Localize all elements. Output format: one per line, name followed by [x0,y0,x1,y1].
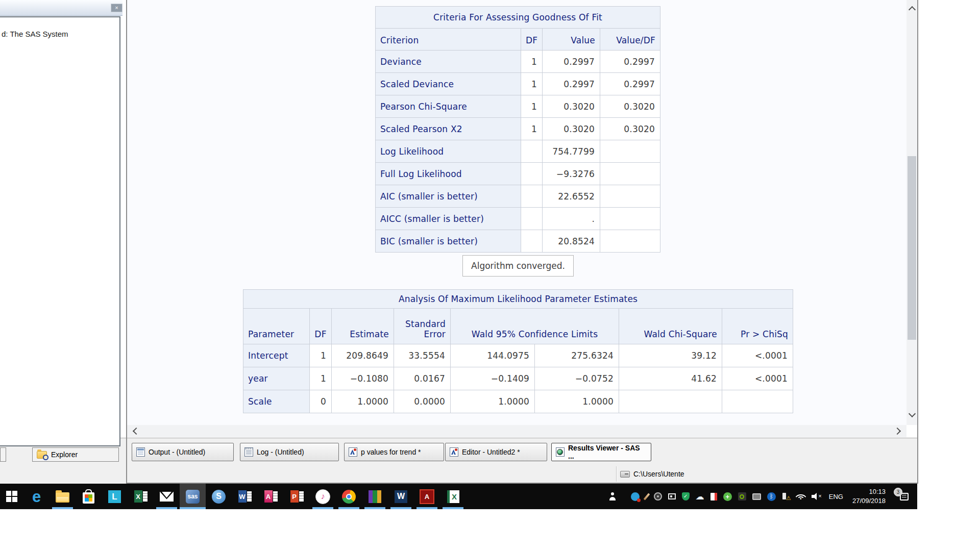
table-cell: 1 [521,51,543,73]
tray-display[interactable] [749,484,764,509]
chevron-up-icon [908,6,915,13]
table-cell: AICC (smaller is better) [376,208,521,230]
scroll-right-button[interactable] [891,425,905,437]
panel-tab-stub[interactable] [0,447,6,462]
language-indicator[interactable]: ENG [825,493,847,500]
window-button-log[interactable]: Log - (Untitled) [240,443,339,461]
tray-usb[interactable]: ⚠ [779,484,793,509]
powerpoint-icon: P [290,490,304,503]
taskbar-sas[interactable]: sas [180,484,206,509]
scroll-up-button[interactable] [906,1,917,16]
table-cell: 1 [521,95,543,118]
table-cell [722,390,793,413]
tray-skype-status[interactable] [628,484,643,509]
taskbar-skype[interactable]: S [206,484,232,509]
table-cell [619,390,722,413]
tray-defender[interactable]: ✓ [679,484,693,509]
taskbar-itunes[interactable]: ♪ [310,484,336,509]
mle-parameter-table: Analysis Of Maximum Likelihood Parameter… [243,289,793,413]
tray-window[interactable] [665,484,679,509]
table-row: Scaled Pearson X210.30200.3020 [376,118,660,140]
close-icon[interactable] [111,4,122,12]
table-cell [521,163,543,185]
table-cell: <.0001 [722,344,793,367]
explorer-button[interactable]: Explorer [32,447,119,462]
taskbar-l-app[interactable]: L [102,484,128,509]
tray-nvidia[interactable] [735,484,749,509]
scroll-left-button[interactable] [128,425,142,437]
bluetooth-icon: ᛒ [767,492,776,501]
window-button-label: Results Viewer - SAS ... [568,444,647,460]
table-cell: 1.0000 [535,390,619,413]
left-window-titlebar [0,0,122,16]
taskbar-edge[interactable]: e [23,484,50,509]
store-icon [83,492,94,504]
action-center-button[interactable]: 3 [891,493,917,500]
display-icon [752,493,761,500]
explorer-folder-icon [37,451,47,459]
taskbar-excel[interactable]: X [128,484,154,509]
taskbar: eLXsasSWAP♪WAX ✓☁+ᛒ⚠•× ENG 10:13 27/09/2… [0,484,917,509]
goodness-of-fit-table: Criteria For Assessing Goodness Of FitCr… [375,6,660,253]
table-title: Criteria For Assessing Goodness Of Fit [376,7,660,29]
table-cell: 1.0000 [332,390,394,413]
status-bar-path: C:\Users\Utente [620,467,684,481]
excel-file-icon: X [447,490,459,503]
taskbar-access[interactable]: A [258,484,284,509]
taskbar-start-button[interactable] [0,484,23,509]
winrar-icon [369,490,381,503]
taskbar-excel-file[interactable]: X [440,484,466,509]
taskbar-clock[interactable]: 10:13 27/09/2018 [847,487,891,505]
tray-pen[interactable] [643,484,651,509]
vertical-scrollbar-thumb[interactable] [908,156,916,340]
window-icon [668,493,676,499]
taskbar-word-doc[interactable]: W [388,484,414,509]
itunes-icon: ♪ [315,489,330,504]
table-cell [521,185,543,208]
column-header: DF [521,29,543,51]
window-button-pvalues-editor[interactable]: p values for trend * [344,443,444,461]
table-cell: −0.0752 [535,367,619,390]
table-cell: 22.6552 [543,185,600,208]
horizontal-scrollbar[interactable] [127,425,906,437]
tray-wifi[interactable]: • [793,484,808,509]
tray-onedrive[interactable]: ☁ [693,484,707,509]
taskbar-acrobat[interactable]: A [414,484,440,509]
tray-updater[interactable]: + [720,484,735,509]
table-row: year1−0.10800.0167−0.1409−0.075241.62<.0… [243,367,793,390]
table-cell: 0.2997 [600,51,660,73]
results-tree-item[interactable]: d: The SAS System [2,30,68,38]
taskbar-chrome[interactable] [336,484,362,509]
word-doc-icon: W [395,490,407,503]
table-cell: 1 [310,344,332,367]
column-header: Parameter [243,309,310,344]
sas-icon: sas [186,490,200,504]
table-cell: 1 [521,73,543,95]
tray-people[interactable] [605,484,620,509]
table-row: Scale01.00000.00001.00001.0000 [243,390,793,413]
scroll-down-button[interactable] [906,407,917,422]
window-button-results-viewer[interactable]: Results Viewer - SAS ... [551,443,651,461]
vertical-scrollbar[interactable] [906,0,917,425]
edge-icon: e [29,489,44,504]
acrobat-icon: A [420,489,434,504]
column-header: Pr > ChiSq [722,309,793,344]
table-cell: AIC (smaller is better) [376,185,521,208]
taskbar-mail[interactable] [154,484,180,509]
window-button-output[interactable]: Output - (Untitled) [132,443,234,461]
tray-calendar[interactable] [707,484,720,509]
table-cell: 20.8524 [543,230,600,253]
table-cell: 0.2997 [543,51,600,73]
taskbar-powerpoint[interactable]: P [284,484,310,509]
access-icon: A [264,490,278,503]
taskbar-file-explorer[interactable] [50,484,76,509]
taskbar-store[interactable] [76,484,102,509]
taskbar-winrar[interactable] [362,484,388,509]
tray-disc[interactable] [651,484,665,509]
disc-icon [654,492,662,500]
window-button-editor[interactable]: Editor - Untitled2 * [445,443,547,461]
table-cell: Log Likelihood [376,140,521,163]
tray-bluetooth[interactable]: ᛒ [764,484,779,509]
tray-volume-muted[interactable]: × [808,484,825,509]
taskbar-word[interactable]: W [232,484,258,509]
